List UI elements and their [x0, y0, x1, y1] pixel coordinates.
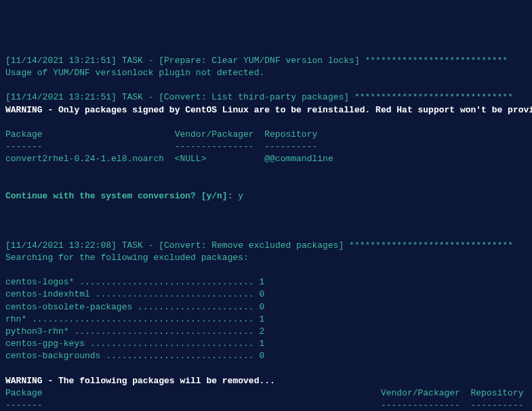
table-header: Package Vendor/Packager Repository [5, 129, 527, 141]
task-message: Searching for the following excluded pac… [5, 252, 527, 264]
excluded-item: centos-gpg-keys ........................… [5, 338, 527, 350]
prompt-line[interactable]: Continue with the system conversion? [y/… [5, 190, 527, 202]
task-line: [11/14/2021 13:21:51] TASK - [Prepare: C… [5, 55, 527, 67]
terminal-output: [11/14/2021 13:21:51] TASK - [Prepare: C… [5, 55, 527, 411]
table-row: convert2rhel-0.24-1.el8.noarch <NULL> @@… [5, 153, 527, 165]
excluded-item: centos-obsolete-packages ...............… [5, 301, 527, 313]
excluded-list: centos-logos* ..........................… [5, 276, 527, 362]
table-divider: ------- --------------- ---------- [5, 399, 527, 411]
warning-line: WARNING - Only packages signed by CentOS… [5, 104, 527, 116]
table-header: Package Vendor/Packager Repository [5, 387, 527, 399]
col-vendor: Vendor/Packager [175, 129, 265, 139]
col-package: Package [5, 129, 175, 139]
col-repo: Repository [264, 129, 317, 139]
excluded-item: rhn* ...................................… [5, 313, 527, 326]
excluded-item: centos-indexhtml .......................… [5, 288, 527, 301]
excluded-item: centos-logos* ..........................… [5, 276, 527, 288]
task-message: Usage of YUM/DNF versionlock plugin not … [5, 67, 527, 79]
excluded-item: centos-backgrounds .....................… [5, 350, 527, 362]
table-divider: ------- --------------- ---------- [5, 141, 527, 153]
excluded-item: python3-rhn* ...........................… [5, 326, 527, 338]
task-line: [11/14/2021 13:22:08] TASK - [Convert: R… [5, 240, 527, 252]
warning-line: WARNING - The following packages will be… [5, 375, 527, 387]
task-line: [11/14/2021 13:21:51] TASK - [Convert: L… [5, 91, 527, 104]
